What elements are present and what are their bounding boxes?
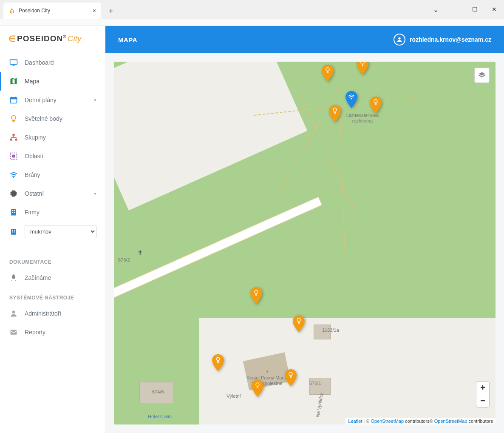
sidebar-item-label: Denní plány [25,97,57,103]
layers-button[interactable] [474,68,490,83]
sidebar-item-label: Ostatní [25,190,44,197]
map[interactable]: Lichtensteinova rozhledna ✝ Kostel Panny… [114,62,496,424]
rocket-icon [8,273,19,282]
address-bar[interactable] [0,19,504,26]
map-marker-lightpoint[interactable] [212,354,224,371]
topbar: MAPA rozhledna.krnov@seznam.cz [105,26,504,53]
window-minimize-icon[interactable]: — [445,0,465,19]
sidebar-item-dashboard[interactable]: Dashboard [0,53,105,72]
sidebar-item-reporty[interactable]: Reporty [0,323,105,342]
svg-rect-9 [15,139,17,140]
zoom-in-button[interactable]: + [476,382,489,394]
sidebar-item-label: Začínáme [25,274,51,281]
chevron-down-icon: ▾ [94,191,96,197]
sidebar-item-label: Mapa [25,78,40,85]
main-nav: Dashboard Mapa Denní plány ▾ Světelné bo… [0,53,105,222]
sidebar-item-mapa[interactable]: Mapa [0,72,105,91]
leaflet-link[interactable]: Leaflet [348,419,362,424]
map-marker-lightpoint[interactable] [250,287,263,304]
map-attribution: Leaflet | © OpenStreetMap contributors© … [345,418,496,424]
chevron-down-icon: ▾ [94,97,96,103]
svg-rect-22 [12,231,13,232]
tab-close-icon[interactable]: × [93,7,96,14]
svg-rect-14 [11,209,16,216]
map-marker-lightpoint[interactable] [292,315,305,332]
map-marker-lightpoint[interactable] [284,369,297,386]
svg-rect-18 [14,212,15,213]
window-close-icon[interactable]: ✕ [484,0,504,19]
svg-point-24 [12,311,15,313]
user-email: rozhledna.krnov@seznam.cz [410,36,491,43]
map-marker-lightpoint[interactable] [328,105,341,122]
sidebar-item-administr-to-i[interactable]: Administrátoři [0,304,105,323]
sidebar-item-label: Dashboard [25,59,54,66]
user-icon [8,309,19,318]
logo: ∈ POSEIDON® City [0,26,105,53]
svg-rect-20 [12,230,13,231]
svg-rect-16 [14,210,15,211]
osm-link-2[interactable]: OpenStreetMap [434,419,467,424]
new-tab-button[interactable]: + [104,3,118,19]
sidebar-item-br-ny[interactable]: Brány [0,165,105,184]
svg-rect-25 [11,330,17,335]
svg-rect-13 [11,191,16,196]
osm-link-1[interactable]: OpenStreetMap [371,419,404,424]
zoom-control: + − [476,381,490,407]
sidebar-item-oblasti[interactable]: Oblasti [0,147,105,165]
browser-chrome: Poseidon City × + ⌄ — ☐ ✕ [0,0,504,19]
sidebar-item-label: Firmy [25,209,40,216]
svg-rect-3 [11,97,17,99]
wifi-icon [8,171,19,179]
sidebar-item-label: Administrátoři [25,310,61,317]
calendar-icon [8,96,19,104]
svg-rect-19 [11,229,16,235]
svg-rect-15 [12,210,14,211]
window-maximize-icon[interactable]: ☐ [465,0,484,19]
avatar-icon [394,34,405,46]
browser-tab[interactable]: Poseidon City × [3,3,101,19]
svg-rect-21 [14,230,15,231]
user-menu[interactable]: rozhledna.krnov@seznam.cz [394,34,491,46]
svg-point-33 [351,98,352,100]
svg-rect-7 [13,134,15,136]
monitor-icon [8,58,19,67]
trident-icon [8,7,15,14]
svg-rect-1 [13,65,15,66]
area-icon [8,152,19,160]
svg-rect-23 [14,231,15,232]
sidebar-item-ostatn-[interactable]: Ostatní ▾ [0,184,105,203]
sidebar-item-denn-pl-ny[interactable]: Denní plány ▾ [0,91,105,109]
sidebar-item-sv-teln-body[interactable]: Světelné body [0,109,105,128]
sidebar-item-skupiny[interactable]: Skupiny [0,128,105,147]
sidebar-item-label: Světelné body [25,115,62,122]
building-icon [8,208,19,216]
company-select[interactable]: mukrnov [25,225,96,238]
window-dropdown-icon[interactable]: ⌄ [426,0,445,19]
brand-name: POSEIDON® [17,34,67,43]
sidebar-item-firmy[interactable]: Firmy [0,203,105,222]
layers-icon [478,71,486,80]
svg-rect-11 [12,155,15,158]
sidebar-item-label: Reporty [25,329,45,336]
nav-section-title: DOKUMENTACE [0,251,105,268]
page-title: MAPA [118,36,137,43]
map-marker-lightpoint[interactable] [356,62,369,75]
window-controls: ⌄ — ☐ ✕ [426,0,504,19]
sidebar-item-za-n-me[interactable]: Začínáme [0,268,105,287]
map-marker-lightpoint[interactable] [369,97,382,114]
zoom-out-button[interactable]: − [476,394,489,407]
svg-rect-0 [10,60,17,64]
chip-icon [8,189,19,198]
map-marker-gateway[interactable] [345,91,358,108]
map-icon [8,77,19,85]
sidebar-item-label: Skupiny [25,134,46,141]
svg-rect-8 [10,139,12,140]
svg-point-12 [13,177,14,178]
main: MAPA rozhledna.krnov@seznam.cz [105,26,504,433]
map-marker-lightpoint[interactable] [321,65,334,82]
svg-point-26 [399,37,401,40]
map-marker-lightpoint[interactable] [251,380,264,397]
sidebar-item-label: Oblasti [25,153,43,160]
tab-title: Poseidon City [19,8,90,14]
brand-city: City [68,34,82,43]
